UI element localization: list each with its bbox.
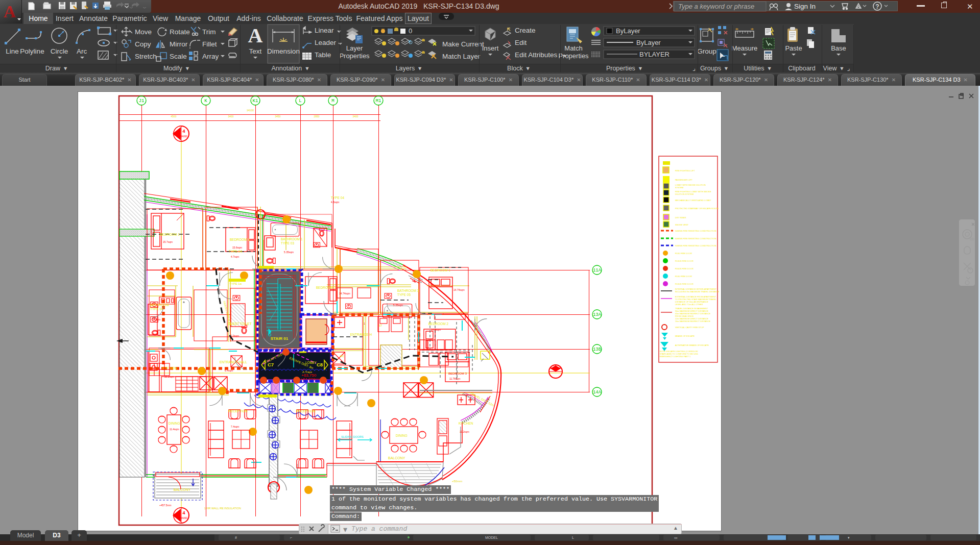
svg-text:Group: Group xyxy=(697,47,716,55)
svg-text:Array: Array xyxy=(202,53,219,60)
svg-text:60MINS FIRE RESISTING CONSTRUC: 60MINS FIRE RESISTING CONSTRUCTION xyxy=(675,237,716,240)
svg-text:3400: 3400 xyxy=(228,115,233,118)
svg-text:Paste: Paste xyxy=(785,44,802,52)
svg-text:ByLayer: ByLayer xyxy=(616,27,640,35)
svg-text:LEVEL AND 7.5m ALL OTHER: LEVEL AND 7.5m ALL OTHER xyxy=(675,303,703,306)
svg-text:TYPE 1a: TYPE 1a xyxy=(229,282,242,285)
svg-text:Move: Move xyxy=(135,28,152,36)
svg-text:Trim: Trim xyxy=(202,28,216,36)
svg-text:+457.5mm: +457.5mm xyxy=(159,504,172,507)
svg-text:PASSENGER LIFT: PASSENGER LIFT xyxy=(675,179,692,181)
svg-text:K1: K1 xyxy=(253,98,258,104)
svg-text:SMOKE VENT: SMOKE VENT xyxy=(675,224,689,226)
svg-text:5.35sqm: 5.35sqm xyxy=(284,251,294,254)
svg-text:ByLayer: ByLayer xyxy=(636,39,661,46)
svg-text:RECEPTION: RECEPTION xyxy=(228,409,248,413)
svg-text:PROTECTED STAIRWAY OR ESCAPE R: PROTECTED STAIRWAY OR ESCAPE ROUTE xyxy=(675,207,719,210)
svg-text:BEDROOM 3: BEDROOM 3 xyxy=(448,372,467,375)
svg-text:Layer: Layer xyxy=(346,44,363,52)
svg-text:BATHROOM 1: BATHROOM 1 xyxy=(281,237,303,241)
svg-text:14.74sqm: 14.74sqm xyxy=(339,292,350,295)
svg-text:?: ? xyxy=(875,3,879,10)
svg-text:A: A xyxy=(4,2,16,21)
svg-text:1: 1 xyxy=(364,322,365,325)
svg-text:Edit: Edit xyxy=(515,39,527,46)
svg-text:BALCONY: BALCONY xyxy=(388,456,405,460)
svg-text:15.6sqm: 15.6sqm xyxy=(232,246,242,249)
svg-text:DINING: DINING xyxy=(396,434,408,437)
svg-text:Arc: Arc xyxy=(77,47,87,55)
svg-text:FD30S FIRE DOOR: FD30S FIRE DOOR xyxy=(675,283,694,285)
svg-text:L: L xyxy=(299,98,301,104)
svg-text:ST: ST xyxy=(379,324,382,327)
svg-text:FD30 FIRE DOOR: FD30 FIRE DOOR xyxy=(675,275,692,278)
svg-text:3450: 3450 xyxy=(275,115,280,118)
svg-text:Linear: Linear xyxy=(315,27,334,34)
svg-text:Properties: Properties xyxy=(339,52,370,60)
svg-text:FD30S FIRE DOOR: FD30S FIRE DOOR xyxy=(675,260,694,262)
svg-text:#: # xyxy=(235,536,237,539)
svg-text:3400: 3400 xyxy=(352,115,358,118)
svg-text:BEDROOM 1: BEDROOM 1 xyxy=(316,286,336,289)
svg-text:14A: 14A xyxy=(593,390,602,395)
svg-text:Fillet: Fillet xyxy=(202,40,217,48)
svg-text:Match: Match xyxy=(564,44,582,52)
svg-text:INCLUDING 9m MAXIMUM TRAVEL DI: INCLUDING 9m MAXIMUM TRAVEL DISTANCE xyxy=(675,290,720,293)
svg-text:FD30 FIRE DOOR: FD30 FIRE DOOR xyxy=(675,252,692,255)
svg-text:90MINS FIRE RESISTING CONSTRUC: 90MINS FIRE RESISTING CONSTRUCTION xyxy=(675,244,716,247)
svg-text:RECEPTION: RECEPTION xyxy=(296,409,316,413)
svg-text:▭: ▭ xyxy=(674,536,678,539)
svg-text:14100: 14100 xyxy=(247,109,254,112)
svg-text:FD60S FIRE DOOR: FD60S FIRE DOOR xyxy=(675,267,694,270)
svg-text:0: 0 xyxy=(409,27,412,35)
svg-text:J1: J1 xyxy=(139,98,145,104)
svg-text:5.35sqm: 5.35sqm xyxy=(393,304,403,307)
svg-text:WC: WC xyxy=(340,355,345,358)
svg-text:Create: Create xyxy=(515,27,536,34)
svg-text:C7: C7 xyxy=(268,362,274,367)
svg-text:TYPE 03: TYPE 03 xyxy=(281,241,294,245)
svg-text:11.78sqm: 11.78sqm xyxy=(449,377,461,380)
svg-text:ENTRANCE H: ENTRANCE H xyxy=(350,333,372,336)
svg-text:1 HR WALL RE INSULATION: 1 HR WALL RE INSULATION xyxy=(204,507,241,510)
svg-text:13A: 13A xyxy=(593,312,602,317)
svg-text:Copy: Copy xyxy=(135,40,151,48)
svg-text:SYSTEM: SYSTEM xyxy=(675,186,683,189)
svg-text:Mirror: Mirror xyxy=(170,40,188,48)
svg-text:DILUTION SYSTEM: DILUTION SYSTEM xyxy=(675,193,694,195)
svg-text:STAIR 01: STAIR 01 xyxy=(271,336,289,341)
svg-text:Line: Line xyxy=(6,47,19,55)
svg-text:Leader: Leader xyxy=(315,39,337,46)
svg-text:14.74sqm: 14.74sqm xyxy=(453,288,465,291)
svg-text:Match Layer: Match Layer xyxy=(442,53,481,60)
svg-text:BATHROOM: BATHROOM xyxy=(150,303,169,307)
svg-text:16m MAXIMUM INDIRECT DISTANCE: 16m MAXIMUM INDIRECT DISTANCE xyxy=(675,320,711,323)
svg-text:VERTICAL CAVITY FIRE STOP: VERTICAL CAVITY FIRE STOP xyxy=(675,326,704,329)
svg-text:+50mm: +50mm xyxy=(452,480,462,483)
svg-text:7.4sqm: 7.4sqm xyxy=(231,425,239,428)
svg-text:Edit Attributes: Edit Attributes xyxy=(515,51,558,59)
svg-text:K: K xyxy=(204,98,207,104)
svg-text:2950: 2950 xyxy=(314,115,319,118)
svg-text:EMERGENCY LIGHTING PART 1: EMERGENCY LIGHTING PART 1 xyxy=(660,355,691,358)
svg-text:KITCHEN: KITCHEN xyxy=(459,422,473,425)
svg-text:Stretch: Stretch xyxy=(135,53,157,60)
svg-text:▾: ▾ xyxy=(848,536,850,539)
svg-text:M: M xyxy=(331,98,334,104)
svg-text:11.2sqm: 11.2sqm xyxy=(460,430,469,433)
svg-text:BYLAYER: BYLAYER xyxy=(639,51,670,58)
svg-text:6.4sqm: 6.4sqm xyxy=(225,369,233,372)
svg-text:SLIDING DOORS: SLIDING DOORS xyxy=(341,435,364,438)
svg-text:TYPE 05: TYPE 05 xyxy=(397,293,411,296)
svg-text:ALTERNATIVE MEANS OF ESCAPE: ALTERNATIVE MEANS OF ESCAPE xyxy=(675,344,709,346)
svg-text:DRY RISER: DRY RISER xyxy=(675,216,686,219)
svg-text:ENTRANCE HALL: ENTRANCE HALL xyxy=(220,360,247,364)
svg-text:TYPE 04: TYPE 04 xyxy=(150,307,163,311)
svg-text:MEANS OF ESCAPE: MEANS OF ESCAPE xyxy=(675,335,695,337)
svg-text:Polyline: Polyline xyxy=(20,47,44,55)
svg-text:MODEL: MODEL xyxy=(485,536,498,539)
svg-text:FIRE FIGHTING LIFT: FIRE FIGHTING LIFT xyxy=(675,169,695,172)
svg-text:30MINS FIRE RESISTING CONSTRUC: 30MINS FIRE RESISTING CONSTRUCTION xyxy=(675,230,716,232)
svg-text:C8: C8 xyxy=(317,362,323,367)
svg-text:4.5sqm: 4.5sqm xyxy=(331,201,339,204)
